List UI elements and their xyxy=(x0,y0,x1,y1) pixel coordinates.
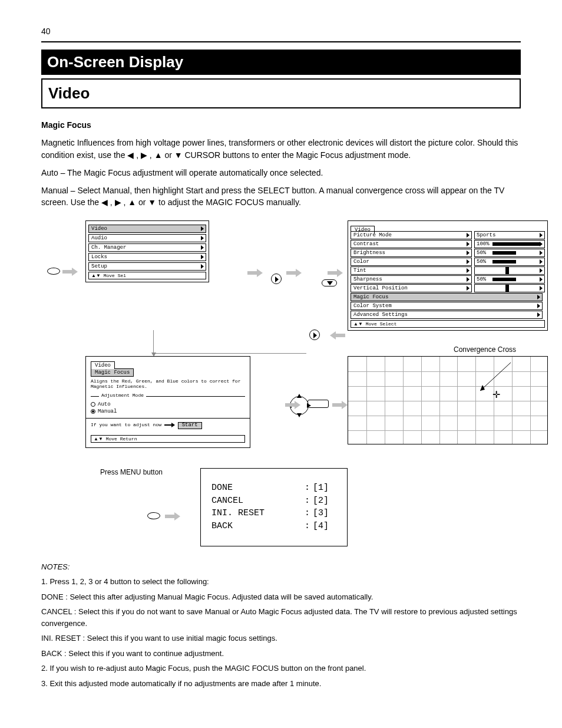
osd-video-row-value: 100% xyxy=(474,240,545,248)
intro-paragraph: Magnetic Influences from high voltage po… xyxy=(41,137,521,161)
arrow-icon xyxy=(247,269,263,277)
step-auto: Auto – The Magic Focus adjustment will o… xyxy=(41,167,521,179)
page-number: 40 xyxy=(41,27,51,36)
osd-main-item[interactable]: Setup xyxy=(88,262,206,271)
osd-video-row[interactable]: Sharpness50% xyxy=(351,275,545,284)
osd-video-row-label: Vertical Position xyxy=(351,284,472,292)
osd-video-row-label: Sharpness xyxy=(351,275,472,284)
remote-button-icon xyxy=(147,512,160,519)
step-manual: Manual – Select Manual, then highlight S… xyxy=(41,185,521,209)
osd-video-row-label: Contrast xyxy=(351,240,472,248)
arrow-glyphs: ◀ , ▶ , ▲ or ▼ xyxy=(127,150,184,160)
osd-video-row[interactable]: Color System xyxy=(351,302,545,310)
done-cancel-menu: DONE:[1] CANCEL:[2] INI. RESET:[3] BACK:… xyxy=(200,468,348,546)
osd-main-item[interactable]: Locks xyxy=(88,253,206,261)
osd-video-row[interactable]: Brightness50% xyxy=(351,249,545,257)
osd-video-row-label: Magic Focus xyxy=(351,293,543,301)
osd-video-row-label: Picture Mode xyxy=(351,231,472,239)
osd-focus-desc: Aligns the Red, Green, and Blue colors t… xyxy=(91,379,245,390)
menu-row-done[interactable]: DONE:[1] xyxy=(211,482,336,495)
osd-focus-footer: ▲▼ Move Return xyxy=(91,435,245,443)
osd-video-row-label: Color System xyxy=(351,302,543,310)
osd-video-row[interactable]: Magic Focus xyxy=(351,293,545,301)
section-heading: On-Screen Display xyxy=(41,50,521,75)
osd-video-row-label: Advanced Settings xyxy=(351,311,543,319)
cursor-right-icon xyxy=(271,274,282,284)
osd-video-row-label: Tint xyxy=(351,266,472,275)
flow-connector xyxy=(153,330,306,354)
menu-key-icon xyxy=(308,400,329,408)
osd-video-row-value: Sports xyxy=(474,231,545,239)
osd-video-row[interactable]: Contrast100% xyxy=(351,240,545,248)
note-1: 1. Press 1, 2, 3 or 4 button to select t… xyxy=(41,576,521,588)
convergence-grid: ✛ xyxy=(348,356,548,444)
osd-main-item[interactable]: Video xyxy=(88,225,206,233)
osd-video-row-value: 50% xyxy=(474,275,545,284)
note-3: 3. Exit this adjusted mode automatically… xyxy=(41,678,521,690)
osd-main-item[interactable]: Audio xyxy=(88,234,206,242)
arrow-icon xyxy=(332,401,348,409)
start-row: If you want to adjust now Start xyxy=(91,422,245,429)
arrow-left-icon xyxy=(330,331,345,340)
menu-row-reset[interactable]: INI. RESET:[3] xyxy=(211,507,336,520)
osd-video-row[interactable]: Vertical Position xyxy=(351,284,545,292)
panel-heading: Video xyxy=(41,78,521,108)
remote-button-icon xyxy=(47,268,60,275)
osd-video-row-value xyxy=(474,284,545,292)
radio-auto[interactable]: Auto xyxy=(91,401,245,407)
osd-main-item[interactable]: Ch. Manager xyxy=(88,243,206,252)
osd-magic-focus: Video Magic Focus Aligns the Red, Green,… xyxy=(85,356,250,448)
radio-manual[interactable]: Manual xyxy=(91,409,245,414)
subsection-title: Magic Focus xyxy=(41,120,91,130)
osd-video-row-value: 50% xyxy=(474,258,545,266)
osd-video-footer: ▲▼ Move Select xyxy=(351,320,545,328)
arrow-icon xyxy=(286,269,302,277)
osd-video-menu: Video Picture ModeSportsContrast100%Brig… xyxy=(348,220,548,331)
arrow-glyphs-2: ◀ , ▶ , ▲ or ▼ xyxy=(101,197,158,207)
top-rule xyxy=(41,41,521,42)
arrow-icon xyxy=(285,401,300,409)
osd-video-row-label: Brightness xyxy=(351,249,472,257)
start-button[interactable]: Start xyxy=(178,422,202,429)
arrow-icon xyxy=(164,423,175,427)
note-back: BACK : Select this if you want to contin… xyxy=(41,648,521,660)
osd-video-row[interactable]: Advanced Settings xyxy=(351,311,545,319)
svg-marker-1 xyxy=(480,385,485,391)
arrow-icon xyxy=(62,268,78,276)
arrow-icon xyxy=(165,512,180,521)
osd-focus-tab: Video xyxy=(91,361,115,369)
notes-block: NOTES: 1. Press 1, 2, 3 or 4 button to s… xyxy=(41,561,521,690)
osd-video-row-value xyxy=(474,266,545,275)
note-reset: INI. RESET : Select this if you want to … xyxy=(41,633,521,644)
flow-diagram: VideoAudioCh. ManagerLocksSetup ▲▼ Move … xyxy=(41,220,521,556)
osd-video-row[interactable]: Tint xyxy=(351,266,545,275)
osd-video-row-label: Color xyxy=(351,258,472,266)
cursor-right-icon xyxy=(309,330,320,342)
fieldset-legend: Adjustment Mode xyxy=(99,393,146,398)
menu-row-cancel[interactable]: CANCEL:[2] xyxy=(211,495,336,508)
osd-video-row[interactable]: Picture ModeSports xyxy=(351,231,545,239)
adjustment-mode-fieldset: Adjustment Mode Auto Manual xyxy=(91,396,245,414)
arrow-icon xyxy=(328,269,343,277)
notes-heading: NOTES: xyxy=(41,561,521,573)
down-key-icon xyxy=(322,279,337,286)
note-2: 2. If you wish to re-adjust auto Magic F… xyxy=(41,663,521,674)
osd-focus-title: Magic Focus xyxy=(91,368,134,377)
press-menu-caption: Press MENU button xyxy=(100,468,163,476)
svg-line-0 xyxy=(480,363,511,391)
note-cancel: CANCEL : Select this if you do not want … xyxy=(41,606,521,629)
menu-row-back[interactable]: BACK:[4] xyxy=(211,520,336,533)
grid-caption: Convergence Cross xyxy=(454,345,516,354)
osd-main-menu: VideoAudioCh. ManagerLocksSetup ▲▼ Move … xyxy=(85,220,209,282)
osd-video-row[interactable]: Color50% xyxy=(351,258,545,266)
osd-main-footer: ▲▼ Move Sel xyxy=(88,272,206,279)
osd-video-row-value: 50% xyxy=(474,249,545,257)
pointer-line-icon xyxy=(477,361,512,394)
note-done: DONE : Select this after adjusting Manua… xyxy=(41,591,521,603)
